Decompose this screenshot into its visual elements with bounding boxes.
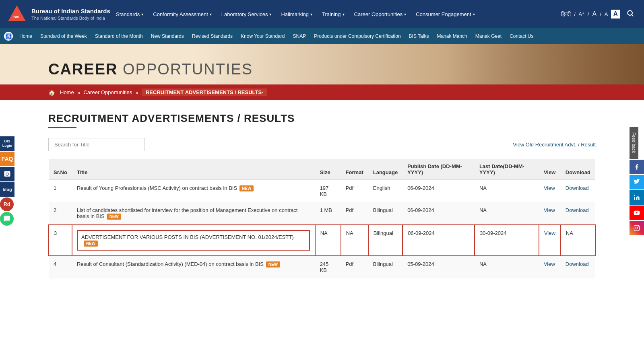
svg-point-5 — [627, 10, 632, 15]
breadcrumb-home[interactable]: Home — [60, 89, 74, 95]
nav-standards[interactable]: Standards ▾ — [111, 0, 148, 28]
sec-nav-manak-manch[interactable]: Manak Manch — [433, 28, 471, 44]
social-sidebar: Feed back — [630, 127, 644, 235]
cell-title: Result of Young Professionals (MSC Activ… — [72, 180, 315, 202]
svg-point-2 — [638, 226, 639, 227]
cell-view: View — [539, 256, 561, 278]
rd-button[interactable]: Rd — [0, 197, 14, 211]
nav-training[interactable]: Training ▾ — [317, 0, 349, 28]
download-link[interactable]: Download — [566, 185, 589, 191]
nav-career[interactable]: Career Opportunities ▾ — [349, 0, 411, 28]
top-nav: BIS Bureau of Indian Standards The Natio… — [0, 0, 644, 28]
col-size: Size — [315, 159, 341, 180]
chat-button[interactable] — [0, 212, 14, 226]
nav-laboratory[interactable]: Laboratory Services ▾ — [217, 0, 277, 28]
chevron-down-icon: ▾ — [343, 12, 345, 16]
svg-point-1 — [636, 227, 638, 229]
page-title: RECRUITMENT ADVERTISEMENTS / RESULTS — [48, 112, 596, 125]
sec-nav-home[interactable]: Home — [15, 28, 36, 44]
cell-size: 197 KB — [315, 180, 341, 202]
cell-view: View — [539, 225, 561, 256]
col-title: Title — [72, 159, 315, 180]
search-row: View Old Recruitment Advt. / Result — [48, 138, 596, 151]
cell-srno: 2 — [49, 202, 72, 225]
sec-nav-week[interactable]: Standard of the Week — [36, 28, 91, 44]
cell-title: List of candidates shortlisted for inter… — [72, 202, 315, 225]
home-icon: 🏠 — [48, 89, 55, 96]
sec-nav-month[interactable]: Standard of the Month — [91, 28, 147, 44]
sec-nav-bistalks[interactable]: BIS Talks — [405, 28, 433, 44]
breadcrumb-parent[interactable]: Career Opportunities — [83, 89, 132, 95]
cell-download: NA — [561, 225, 595, 256]
nav-consumer[interactable]: Consumer Engagement ▾ — [411, 0, 479, 28]
svg-rect-0 — [634, 225, 639, 230]
view-link[interactable]: View — [544, 230, 555, 236]
cell-publish-date: 06-09-2024 — [402, 180, 475, 202]
breadcrumb-sep-1: » — [77, 89, 80, 96]
main-content: RECRUITMENT ADVERTISEMENTS / RESULTS Vie… — [0, 100, 644, 294]
table-row: 4 Result of Consultant (Standardization … — [49, 256, 595, 278]
cell-srno: 4 — [49, 256, 72, 278]
nav-conformity[interactable]: Conformity Assessment ▾ — [148, 0, 217, 28]
youtube-button[interactable] — [630, 206, 644, 220]
facebook-button[interactable] — [630, 160, 644, 174]
view-link[interactable]: View — [544, 185, 555, 191]
font-small-button[interactable]: A⁺ — [579, 11, 584, 17]
sec-nav-snap[interactable]: SNAP — [289, 28, 310, 44]
chevron-down-icon: ▾ — [141, 12, 143, 16]
cell-publish-date: 06-09-2024 — [402, 202, 475, 225]
breadcrumb-current: RECRUITMENT ADVERTISEMENTS / RESULTS- — [142, 88, 268, 96]
sec-nav-revised[interactable]: Revised Standards — [188, 28, 237, 44]
cell-size: NA — [315, 225, 341, 256]
col-language: Language — [368, 159, 402, 180]
font-xl-button[interactable]: A — [611, 10, 620, 19]
instagram-button[interactable] — [630, 221, 644, 235]
camera-button[interactable] — [0, 167, 14, 181]
hindi-link[interactable]: हिन्दी — [561, 11, 571, 18]
faq-button[interactable]: FAQ — [0, 152, 14, 166]
nav-hallmarking[interactable]: Hallmarking ▾ — [276, 0, 317, 28]
download-link[interactable]: Download — [566, 261, 589, 267]
cell-format: Pdf — [341, 202, 368, 225]
font-large-button[interactable]: A — [605, 11, 608, 17]
cell-last-date: NA — [475, 256, 539, 278]
search-input[interactable] — [48, 138, 145, 151]
col-srno: Sr.No — [49, 159, 72, 180]
col-last-date: Last Date(DD-MM-YYYY) — [475, 159, 539, 180]
cell-language: Bilingual — [368, 202, 402, 225]
view-link[interactable]: View — [544, 207, 555, 213]
col-download: Download — [561, 159, 595, 180]
view-link[interactable]: View — [544, 261, 555, 267]
cell-size: 1 MB — [315, 202, 341, 225]
sec-nav-products[interactable]: Products under Compulsory Certification — [310, 28, 405, 44]
table-header-row: Sr.No Title Size Format Language Publish… — [49, 159, 595, 180]
cell-size: 245 KB — [315, 256, 341, 278]
cell-format: Pdf — [341, 180, 368, 202]
search-button[interactable] — [623, 9, 638, 19]
sec-nav-new[interactable]: New Standards — [147, 28, 188, 44]
view-old-link[interactable]: View Old Recruitment Advt. / Result — [513, 142, 596, 148]
twitter-button[interactable] — [630, 175, 644, 189]
chevron-down-icon: ▾ — [210, 12, 212, 16]
font-medium-button[interactable]: A — [592, 10, 597, 18]
breadcrumb: 🏠 Home » Career Opportunities » RECRUITM… — [0, 84, 644, 100]
sec-nav-know[interactable]: Know Your Standard — [237, 28, 289, 44]
table-row: 3 ADVERTISEMENT FOR VARIOUS POSTS IN BIS… — [49, 225, 595, 256]
blog-button[interactable]: blog — [0, 182, 14, 197]
cell-download: Download — [561, 180, 595, 202]
chevron-down-icon: ▾ — [310, 12, 312, 16]
col-format: Format — [341, 159, 368, 180]
sec-nav-contact[interactable]: Contact Us — [506, 28, 537, 44]
download-link[interactable]: Download — [566, 207, 589, 213]
table-row: 2 List of candidates shortlisted for int… — [49, 202, 595, 225]
cell-title: Result of Consultant (Standardization Ac… — [72, 256, 315, 278]
sec-nav-manak-geet[interactable]: Manak Geet — [471, 28, 506, 44]
hero-title: CAREER OPPORTUNTIES — [48, 61, 253, 78]
cell-download: Download — [561, 256, 595, 278]
cell-publish-date: 06-09-2024 — [402, 225, 475, 256]
bis-login-button[interactable]: BIS Login — [0, 136, 14, 151]
linkedin-button[interactable] — [630, 190, 644, 205]
cell-srno: 3 — [49, 225, 72, 256]
feedback-button[interactable]: Feed back — [630, 127, 638, 159]
svg-line-6 — [632, 14, 634, 16]
